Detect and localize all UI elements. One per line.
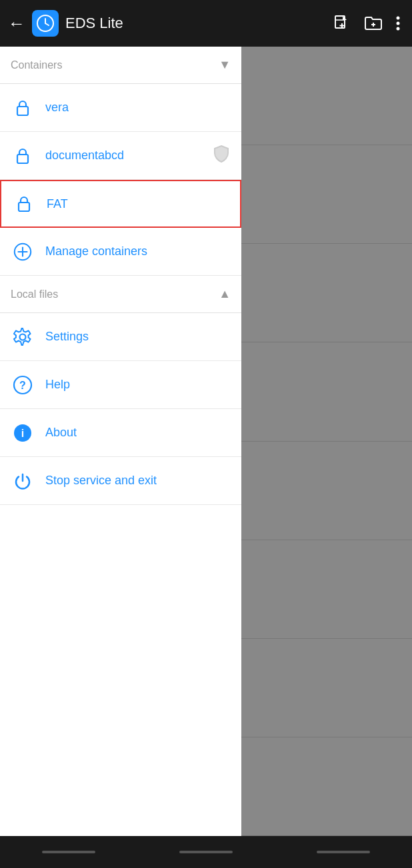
manage-containers-item[interactable]: Manage containers <box>0 228 241 276</box>
menu-item-settings[interactable]: Settings <box>0 313 241 361</box>
svg-rect-14 <box>19 203 29 211</box>
more-options-button[interactable] <box>392 11 404 35</box>
container-item-fat[interactable]: FAT <box>0 180 241 228</box>
add-folder-icon <box>364 15 383 32</box>
svg-rect-12 <box>17 107 28 115</box>
containers-chevron: ▼ <box>219 58 231 72</box>
container-item-documentabcd[interactable]: documentabcd <box>0 132 241 180</box>
right-panel-row-3 <box>241 244 412 342</box>
app-title: EDS Lite <box>65 15 123 32</box>
bottom-indicator-1 <box>42 851 95 853</box>
app-bar: ← EDS Lite <box>0 0 412 47</box>
container-item-vera[interactable]: vera <box>0 84 241 132</box>
shield-badge-documentabcd <box>212 144 231 167</box>
manage-containers-label: Manage containers <box>45 244 231 258</box>
main-content: Containers ▼ vera documentabcd <box>0 47 412 836</box>
local-files-section-header[interactable]: Local files ▲ <box>0 276 241 313</box>
right-panel-row-6 <box>241 540 412 639</box>
menu-item-about[interactable]: i About <box>0 409 241 457</box>
container-vera-label: vera <box>45 101 231 115</box>
containers-section-header[interactable]: Containers ▼ <box>0 47 241 84</box>
app-icon <box>32 10 59 37</box>
bottom-indicator-2 <box>179 851 233 853</box>
svg-point-10 <box>397 22 400 25</box>
bottom-bar <box>0 836 412 868</box>
settings-label: Settings <box>45 330 231 344</box>
lock-icon-fat <box>12 192 36 216</box>
info-icon: i <box>11 421 35 445</box>
stop-service-label: Stop service and exit <box>45 474 231 488</box>
right-panel <box>241 47 412 836</box>
svg-text:i: i <box>21 428 24 439</box>
right-panel-row-5 <box>241 442 412 540</box>
about-label: About <box>45 426 231 440</box>
right-panel-row-2 <box>241 145 412 244</box>
more-icon <box>396 15 400 31</box>
add-file-button[interactable] <box>329 11 355 36</box>
menu-item-stop[interactable]: Stop service and exit <box>0 457 241 505</box>
local-files-label: Local files <box>11 288 58 300</box>
clock-icon <box>36 14 55 33</box>
container-documentabcd-label: documentabcd <box>45 149 201 163</box>
add-folder-button[interactable] <box>360 11 387 36</box>
svg-text:?: ? <box>19 380 26 391</box>
svg-rect-13 <box>17 155 28 163</box>
menu-item-help[interactable]: ? Help <box>0 361 241 409</box>
help-label: Help <box>45 378 231 392</box>
lock-icon-vera <box>11 96 35 120</box>
power-icon <box>11 469 35 493</box>
svg-point-11 <box>397 27 400 31</box>
container-fat-label: FAT <box>47 197 229 211</box>
containers-label: Containers <box>11 59 62 71</box>
svg-point-9 <box>397 17 400 20</box>
right-panel-row-1 <box>241 47 412 145</box>
plus-circle-icon <box>11 240 35 264</box>
drawer: Containers ▼ vera documentabcd <box>0 47 241 836</box>
lock-icon-documentabcd <box>11 144 35 168</box>
back-button[interactable]: ← <box>8 13 25 34</box>
gear-icon <box>11 325 35 349</box>
right-panel-row-7 <box>241 639 412 737</box>
local-files-chevron: ▲ <box>219 287 231 301</box>
app-bar-actions <box>329 11 404 36</box>
right-panel-row-8 <box>241 737 412 836</box>
svg-line-2 <box>45 23 49 25</box>
add-file-icon <box>333 15 351 32</box>
bottom-indicator-3 <box>317 851 370 853</box>
app-bar-left: ← EDS Lite <box>8 10 329 37</box>
help-icon: ? <box>11 373 35 397</box>
right-panel-row-4 <box>241 342 412 441</box>
svg-point-18 <box>20 334 26 340</box>
